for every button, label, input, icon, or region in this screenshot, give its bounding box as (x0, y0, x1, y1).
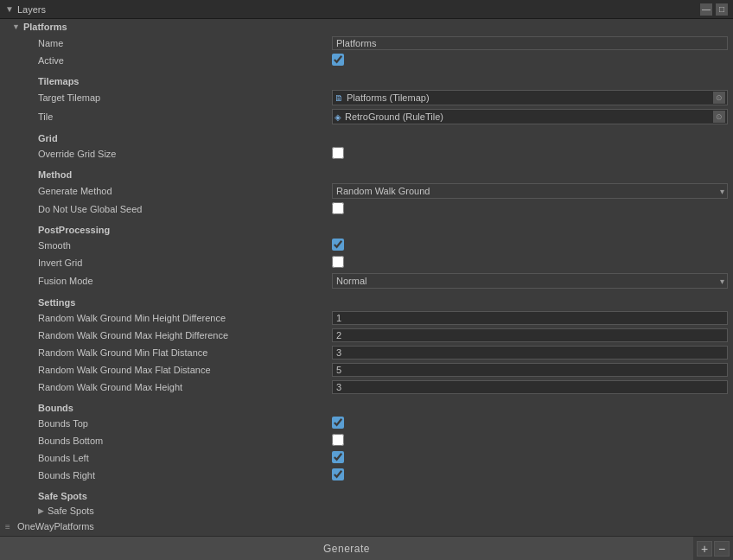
override-grid-size-label: Override Grid Size (38, 149, 332, 159)
setting-row-4: Random Walk Ground Max Height (0, 379, 733, 396)
tilemap-field-text: Platforms (Tilemap) (347, 92, 713, 103)
setting-value-3 (332, 363, 728, 377)
title-bar-title: Layers (17, 4, 46, 15)
platforms-arrow: ▼ (12, 22, 20, 31)
name-value (332, 36, 728, 50)
setting-label-4: Random Walk Ground Max Height (38, 382, 332, 392)
bounds-bottom-row: Bounds Bottom (0, 432, 733, 449)
name-label: Name (38, 38, 332, 48)
setting-input-0[interactable] (332, 311, 728, 325)
bounds-left-value (332, 451, 728, 465)
settings-group-header: Settings (0, 294, 733, 309)
fusion-mode-value: Normal Additive Subtractive (332, 273, 728, 289)
generate-method-row: Generate Method Random Walk Ground Perli… (0, 181, 733, 200)
remove-layer-button[interactable]: − (714, 541, 730, 557)
bounds-bottom-value (332, 434, 728, 448)
setting-input-1[interactable] (332, 328, 728, 342)
minimize-button[interactable]: — (700, 3, 712, 16)
setting-label-3: Random Walk Ground Max Flat Distance (38, 365, 332, 375)
do-not-use-global-seed-checkbox[interactable] (332, 202, 344, 214)
setting-input-2[interactable] (332, 346, 728, 360)
tilemap-field-container: 🗎 Platforms (Tilemap) ⊙ (332, 90, 728, 105)
smooth-checkbox[interactable] (332, 239, 344, 251)
setting-value-0 (332, 311, 728, 325)
target-tilemap-row: Target Tilemap 🗎 Platforms (Tilemap) ⊙ (0, 88, 733, 107)
setting-value-4 (332, 380, 728, 394)
bottom-controls: + − (693, 541, 733, 557)
active-row: Active (0, 52, 733, 69)
active-checkbox[interactable] (332, 54, 344, 66)
bounds-group-header: Bounds (0, 399, 733, 415)
oneway-label: OneWayPlatforms (17, 521, 94, 531)
bounds-left-label: Bounds Left (38, 453, 332, 463)
generate-method-select[interactable]: Random Walk Ground Perlin Noise Simple R… (332, 183, 728, 199)
smooth-value (332, 239, 728, 252)
setting-row-1: Random Walk Ground Max Height Difference (0, 327, 733, 344)
smooth-label: Smooth (38, 240, 332, 251)
bounds-right-row: Bounds Right (0, 467, 733, 484)
setting-input-4[interactable] (332, 380, 728, 394)
bounds-left-checkbox[interactable] (332, 451, 344, 463)
title-bar: ▼ Layers — □ (0, 0, 733, 19)
setting-label-0: Random Walk Ground Min Height Difference (38, 313, 332, 323)
platforms-label: Platforms (23, 22, 67, 32)
generate-method-select-wrapper: Random Walk Ground Perlin Noise Simple R… (332, 183, 728, 199)
method-group-header: Method (0, 166, 733, 181)
smooth-row: Smooth (0, 237, 733, 254)
target-tilemap-field: 🗎 Platforms (Tilemap) ⊙ (332, 90, 728, 105)
platforms-section-header[interactable]: ▼ Platforms (0, 19, 733, 35)
title-bar-controls: — □ (700, 3, 728, 16)
tile-field-container: ◈ RetroGround (RuleTile) ⊙ (332, 109, 728, 124)
setting-label-2: Random Walk Ground Min Flat Distance (38, 347, 332, 358)
name-row: Name (0, 35, 733, 52)
title-bar-left: ▼ Layers (5, 4, 46, 15)
tile-select-button[interactable]: ⊙ (713, 111, 725, 123)
bounds-bottom-label: Bounds Bottom (38, 436, 332, 446)
active-value (332, 54, 728, 67)
tile-row: Tile ◈ RetroGround (RuleTile) ⊙ (0, 107, 733, 126)
layers-collapse-icon[interactable]: ▼ (5, 4, 14, 14)
oneway-icon: ≡ (5, 522, 14, 531)
override-grid-size-row: Override Grid Size (0, 145, 733, 162)
fusion-mode-select-wrapper: Normal Additive Subtractive (332, 273, 728, 289)
safe-spots-item-row[interactable]: ▶ Safe Spots (0, 503, 733, 519)
add-layer-button[interactable]: + (697, 541, 712, 557)
generate-method-value: Random Walk Ground Perlin Noise Simple R… (332, 183, 728, 199)
bounds-right-checkbox[interactable] (332, 468, 344, 480)
fusion-mode-select[interactable]: Normal Additive Subtractive (332, 273, 728, 289)
setting-input-3[interactable] (332, 363, 728, 377)
setting-row-2: Random Walk Ground Min Flat Distance (0, 344, 733, 361)
bottom-bar: Generate + − (0, 536, 733, 560)
override-grid-size-checkbox[interactable] (332, 147, 344, 159)
safe-spots-item-label: Safe Spots (48, 506, 94, 516)
tilemap-icon: 🗎 (335, 93, 343, 103)
maximize-button[interactable]: □ (716, 3, 728, 16)
layer-item-oneway[interactable]: ≡ OneWayPlatforms (0, 519, 733, 534)
invert-grid-label: Invert Grid (38, 258, 332, 268)
setting-row-3: Random Walk Ground Max Flat Distance (0, 361, 733, 379)
generate-button[interactable]: Generate (0, 537, 693, 561)
do-not-use-global-seed-value (332, 202, 728, 216)
bounds-top-label: Bounds Top (38, 418, 332, 429)
bounds-top-checkbox[interactable] (332, 417, 344, 429)
override-grid-size-value (332, 147, 728, 161)
fusion-mode-row: Fusion Mode Normal Additive Subtractive (0, 271, 733, 290)
invert-grid-checkbox[interactable] (332, 256, 344, 268)
grid-group-header: Grid (0, 130, 733, 145)
tile-label: Tile (38, 111, 332, 122)
name-input[interactable] (332, 36, 728, 50)
bounds-right-label: Bounds Right (38, 470, 332, 480)
generate-method-label: Generate Method (38, 186, 332, 196)
tilemaps-group-header: Tilemaps (0, 73, 733, 88)
tilemap-select-button[interactable]: ⊙ (713, 92, 725, 104)
fusion-mode-label: Fusion Mode (38, 276, 332, 286)
bounds-top-value (332, 417, 728, 430)
active-label: Active (38, 55, 332, 66)
bounds-left-row: Bounds Left (0, 449, 733, 467)
do-not-use-global-seed-label: Do Not Use Global Seed (38, 204, 332, 214)
setting-value-1 (332, 328, 728, 342)
layers-scroll-area: ▼ Platforms Name Active Tilemaps Target … (0, 19, 733, 536)
postprocessing-group-header: PostProcessing (0, 221, 733, 237)
safe-spots-arrow: ▶ (38, 506, 44, 515)
bounds-bottom-checkbox[interactable] (332, 434, 344, 446)
